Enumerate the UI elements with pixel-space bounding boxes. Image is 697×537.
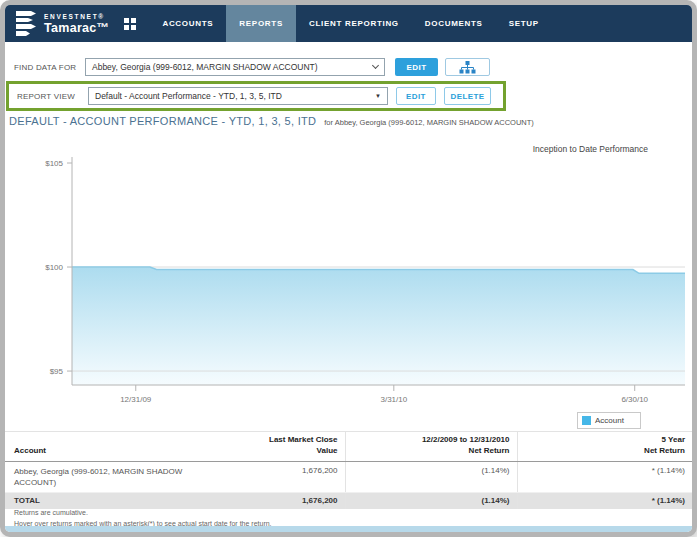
top-nav: ENVESTNET® Tamarac™ ACCOUNTS REPORTS CLI… [5,5,692,42]
nav-item-setup[interactable]: SETUP [496,5,552,42]
chart-title: Inception to Date Performance [533,144,649,154]
col-header-net-return: 12/2/2009 to 12/31/2010 Net Return [345,432,517,462]
chevron-down-solid-icon: ▼ [375,93,381,99]
nav-item-documents[interactable]: DOCUMENTS [412,5,496,42]
cell-net-return[interactable]: (1.14%) [345,461,517,492]
cell-5-year-net-return[interactable]: * (1.14%) [517,461,692,492]
performance-chart: Inception to Date Performance $105$100$9… [5,135,692,427]
org-chart-icon [459,61,476,74]
svg-text:12/31/09: 12/31/09 [120,395,152,404]
nav-item-reports[interactable]: REPORTS [226,5,296,42]
report-view-row-highlight: REPORT VIEW Default - Account Performanc… [6,81,506,111]
report-view-select[interactable]: Default - Account Performance - YTD, 1, … [88,87,388,105]
page-title-row: DEFAULT - ACCOUNT PERFORMANCE - YTD, 1, … [9,115,534,127]
total-net-return: (1.14%) [345,492,517,509]
svg-text:3/31/10: 3/31/10 [380,395,407,404]
chart-plot-area: $105$100$9512/31/093/31/106/30/10 [45,157,685,404]
find-data-row: FIND DATA FOR Abbey, Georgia (999-6012, … [14,58,490,76]
page-subtitle: for Abbey, Georgia (999-6012, MARGIN SHA… [324,118,534,127]
envestnet-logo-icon [15,11,38,37]
report-view-label: REPORT VIEW [17,92,88,101]
nav-item-client-reporting[interactable]: CLIENT REPORTING [296,5,412,42]
table-row: Abbey, Georgia (999-6012, MARGIN SHADOW … [5,461,692,492]
brand-tamarac: Tamarac™ [44,21,109,35]
app-window: ENVESTNET® Tamarac™ ACCOUNTS REPORTS CLI… [0,0,697,537]
chart-legend: Account [577,412,641,429]
report-view-delete-button[interactable]: DELETE [444,87,491,105]
total-5-year-net-return: * (1.14%) [517,492,692,509]
svg-text:$95: $95 [50,367,64,376]
brand-envestnet: ENVESTNET® [44,13,109,20]
col-header-account: Account [5,432,255,462]
brand-text: ENVESTNET® Tamarac™ [44,13,109,35]
nav-item-accounts[interactable]: ACCOUNTS [149,5,226,42]
chevron-down-icon [372,62,379,69]
svg-text:$100: $100 [45,263,63,272]
legend-account-swatch [582,416,591,425]
cell-account: Abbey, Georgia (999-6012, MARGIN SHADOW … [5,461,255,492]
footnote-cumulative: Returns are cumulative. [14,507,272,518]
svg-text:6/30/10: 6/30/10 [621,395,648,404]
svg-text:$105: $105 [45,159,63,168]
find-data-select[interactable]: Abbey, Georgia (999-6012, MARGIN SHADOW … [85,58,385,76]
report-view-select-value: Default - Account Performance - YTD, 1, … [95,91,282,101]
account-hierarchy-button[interactable] [445,58,490,76]
apps-grid-icon[interactable] [124,18,136,30]
brand-logo[interactable]: ENVESTNET® Tamarac™ [5,11,109,37]
find-data-select-value: Abbey, Georgia (999-6012, MARGIN SHADOW … [92,62,318,72]
bottom-accent-strip [5,526,692,532]
find-data-edit-button[interactable]: EDIT [395,58,438,76]
cell-value: 1,676,200 [255,461,345,492]
report-view-edit-button[interactable]: EDIT [396,87,436,105]
col-header-5-year-net-return: 5 Year Net Return [517,432,692,462]
col-header-last-market-close-value: Last Market Close Value [255,432,345,462]
performance-table: Account Last Market Close Value 12/2/200… [5,431,692,509]
find-data-label: FIND DATA FOR [14,63,85,72]
legend-account-label: Account [595,416,624,425]
nav-menu: ACCOUNTS REPORTS CLIENT REPORTING DOCUME… [149,5,551,42]
table-header-row: Account Last Market Close Value 12/2/200… [5,432,692,462]
page-title: DEFAULT - ACCOUNT PERFORMANCE - YTD, 1, … [9,115,316,127]
